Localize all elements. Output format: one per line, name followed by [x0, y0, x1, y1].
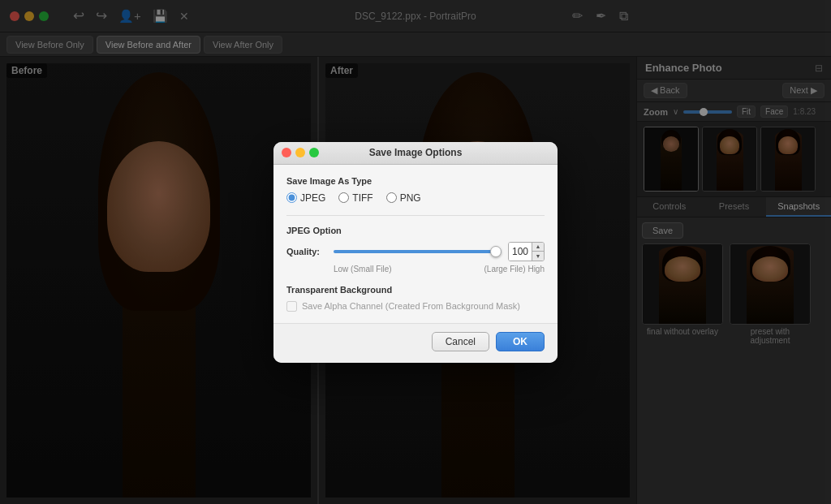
ok-button[interactable]: OK [496, 332, 545, 351]
format-jpeg-label: JPEG [300, 192, 325, 204]
quality-high-label: (Large File) High [484, 265, 545, 274]
quality-low-label: Low (Small File) [334, 265, 392, 274]
save-as-type-label: Save Image As Type [286, 176, 545, 186]
format-tiff-label: TIFF [352, 192, 372, 204]
quality-increment-button[interactable]: ▲ [532, 243, 544, 252]
dialog-minimize-button[interactable] [295, 148, 305, 157]
divider-1 [286, 215, 545, 216]
quality-spinbox: 100 ▲ ▼ [508, 242, 545, 261]
jpeg-option-label: JPEG Option [286, 226, 545, 235]
cancel-button[interactable]: Cancel [432, 332, 489, 351]
dialog-buttons: Cancel OK [273, 323, 558, 363]
quality-label: Quality: [286, 247, 327, 256]
quality-slider[interactable] [334, 250, 502, 253]
alpha-channel-label: Save Alpha Channel (Created From Backgro… [302, 301, 520, 311]
dialog-titlebar: Save Image Options [273, 142, 558, 165]
format-radio-group: JPEG TIFF PNG [286, 192, 545, 204]
quality-row: Quality: 100 ▲ ▼ [286, 242, 545, 261]
alpha-channel-row: Save Alpha Channel (Created From Backgro… [286, 301, 545, 312]
format-png-option[interactable]: PNG [386, 192, 421, 204]
dialog-body: Save Image As Type JPEG TIFF PNG JPEG Op… [273, 165, 558, 323]
transparent-bg-label: Transparent Background [286, 285, 545, 295]
format-jpeg-radio[interactable] [286, 192, 297, 203]
quality-range-labels: Low (Small File) (Large File) High [286, 265, 545, 274]
dialog-title: Save Image Options [369, 147, 463, 158]
dialog-overlay: Save Image Options Save Image As Type JP… [0, 0, 831, 504]
alpha-channel-checkbox[interactable] [286, 301, 297, 312]
dialog-window-controls [282, 148, 319, 157]
dialog-maximize-button[interactable] [309, 148, 319, 157]
format-png-radio[interactable] [386, 192, 397, 203]
save-image-options-dialog: Save Image Options Save Image As Type JP… [273, 142, 558, 363]
quality-decrement-button[interactable]: ▼ [532, 252, 544, 261]
format-png-label: PNG [400, 192, 421, 204]
spinbox-arrows: ▲ ▼ [532, 243, 544, 261]
format-jpeg-option[interactable]: JPEG [286, 192, 325, 204]
dialog-close-button[interactable] [282, 148, 291, 157]
format-tiff-radio[interactable] [338, 192, 349, 203]
format-tiff-option[interactable]: TIFF [338, 192, 372, 204]
quality-value-input[interactable]: 100 [509, 243, 532, 261]
